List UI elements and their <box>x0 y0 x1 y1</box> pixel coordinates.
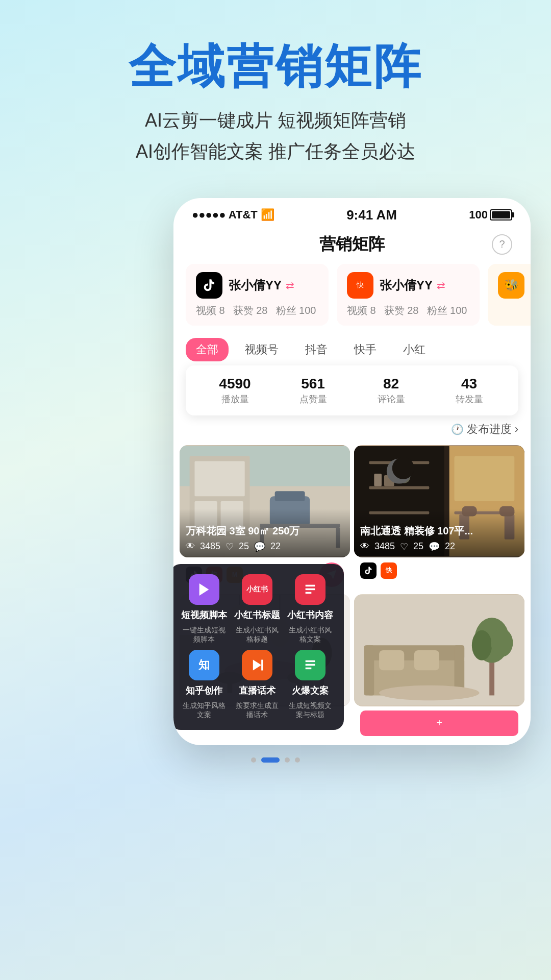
tiktok-logo <box>196 272 222 299</box>
ai-menu-popup: 短视频脚本 一键生成短视频脚本 小红书 小红书标题 生成小红书风格标题 <box>173 564 344 730</box>
ai-live-script-icon <box>242 650 272 680</box>
ai-video-script-icon <box>189 574 219 605</box>
phone-screen: ●●●●● AT&T 📶 9:41 AM 100 营销矩阵 ? <box>173 198 531 745</box>
account-name-1: 张小倩YY <box>229 277 282 293</box>
dot-2-active <box>261 757 280 763</box>
play-stat: 4590 播放量 <box>198 376 272 405</box>
svg-rect-48 <box>261 660 263 671</box>
help-button[interactable]: ? <box>492 234 512 255</box>
hero-subtitle: AI云剪一键成片 短视频矩阵营销 AI创作智能文案 推广任务全员必达 <box>31 105 520 167</box>
ai-item-hot-copy[interactable]: 火爆文案 生成短视频文案与标题 <box>287 650 334 719</box>
svg-rect-58 <box>414 650 439 670</box>
svg-text:快: 快 <box>356 281 364 289</box>
ai-zhihu-icon: 知 <box>189 650 219 680</box>
dot-4 <box>295 757 300 763</box>
svg-rect-9 <box>275 491 305 501</box>
account-card-tiktok[interactable]: 张小倩YY ⇄ 视频 8 获赞 28 粉丝 100 <box>186 264 329 326</box>
dot-1 <box>251 757 256 763</box>
video-card-4[interactable]: + <box>354 594 524 740</box>
svg-point-62 <box>491 628 513 656</box>
ai-xiaohongshu-title-icon: 小红书 <box>242 574 272 605</box>
svg-rect-5 <box>194 461 244 496</box>
svg-rect-50 <box>306 664 315 666</box>
status-bar: ●●●●● AT&T 📶 9:41 AM 100 <box>173 198 531 228</box>
filter-tabs: 全部 视频号 抖音 快手 小红 <box>173 334 531 365</box>
tab-xiaohongshu[interactable]: 小红 <box>393 338 436 361</box>
video-platforms-2: 快 <box>354 557 524 582</box>
svg-rect-18 <box>374 474 382 486</box>
svg-rect-57 <box>379 650 404 670</box>
publish-progress-row[interactable]: 🕐 发布进度 › <box>173 420 531 441</box>
svg-rect-45 <box>306 588 315 590</box>
svg-rect-51 <box>306 668 312 670</box>
switch-icon-2: ⇄ <box>437 279 445 291</box>
ai-xiaohongshu-content-icon <box>295 574 325 605</box>
video-card-2[interactable]: 南北通透 精装修 107平... 👁3485 ♡25 💬22 <box>354 445 524 590</box>
video-thumb-4 <box>354 594 524 706</box>
battery-indicator: 100 <box>469 208 512 222</box>
svg-marker-47 <box>253 660 261 671</box>
video-grid: 万科花园 3室 90㎡ 250万 👁3485 ♡25 💬22 <box>173 445 531 740</box>
ai-item-xiaohongshu-content[interactable]: 小红书内容 生成小红书风格文案 <box>287 574 334 644</box>
video-info-2: 南北通透 精装修 107平... 👁3485 ♡25 💬22 <box>354 509 524 557</box>
account-card-kwai[interactable]: 快 张小倩YY ⇄ 视频 8 获赞 28 粉丝 10 <box>337 264 480 326</box>
kwai-logo: 快 <box>347 272 373 299</box>
kwai-platform-icon-2: 快 <box>381 562 397 579</box>
account-stats-1: 视频 8 获赞 28 粉丝 100 <box>196 304 318 317</box>
comment-stat: 82 评论量 <box>354 376 428 405</box>
svg-rect-22 <box>454 456 514 501</box>
like-stat: 561 点赞量 <box>276 376 350 405</box>
signal-indicator: ●●●●● AT&T 📶 <box>192 208 274 222</box>
svg-point-29 <box>392 457 414 479</box>
ai-item-zhihu[interactable]: 知 知乎创作 生成知乎风格文案 <box>181 650 228 719</box>
account-stats-2: 视频 8 获赞 28 粉丝 100 <box>347 304 469 317</box>
page-title: 营销矩阵 <box>319 233 385 256</box>
page-indicator <box>0 745 551 773</box>
account-card-3[interactable]: 🐝 <box>488 264 531 326</box>
video-section: 万科花园 3室 90㎡ 250万 👁3485 ♡25 💬22 <box>173 445 531 740</box>
svg-marker-43 <box>199 583 209 596</box>
tab-shipinhao[interactable]: 视频号 <box>235 338 289 361</box>
tab-all[interactable]: 全部 <box>186 338 229 361</box>
phone-mockup: ●●●●● AT&T 📶 9:41 AM 100 营销矩阵 ? <box>153 198 551 745</box>
page-title-row: 营销矩阵 ? <box>173 228 531 264</box>
account-cards-row: 张小倩YY ⇄ 视频 8 获赞 28 粉丝 100 <box>173 264 531 334</box>
dot-3 <box>285 757 290 763</box>
battery-icon <box>490 209 512 220</box>
video-card-3[interactable]: 短视频脚本 一键生成短视频脚本 小红书 小红书标题 生成小红书风格标题 <box>180 594 350 740</box>
tiktok-platform-icon-2 <box>360 562 377 579</box>
svg-rect-55 <box>364 645 374 695</box>
tab-kuaishou[interactable]: 快手 <box>344 338 387 361</box>
svg-point-63 <box>379 685 479 700</box>
svg-point-61 <box>472 630 492 660</box>
create-button-partial[interactable]: + <box>360 710 518 736</box>
tab-douyin[interactable]: 抖音 <box>295 338 338 361</box>
svg-rect-44 <box>306 584 315 586</box>
clock: 9:41 AM <box>346 207 397 223</box>
svg-rect-49 <box>306 660 315 663</box>
svg-rect-16 <box>369 486 429 489</box>
account-name-2: 张小倩YY <box>380 277 433 293</box>
ai-item-live-script[interactable]: 直播话术 按要求生成直播话术 <box>234 650 281 719</box>
switch-icon-1: ⇄ <box>286 279 294 291</box>
video-info-1: 万科花园 3室 90㎡ 250万 👁3485 ♡25 💬22 <box>180 509 350 557</box>
filter-stats-area: 全部 视频号 抖音 快手 小红 4590 播放量 561 <box>173 334 531 441</box>
ai-item-xiaohongshu-title[interactable]: 小红书 小红书标题 生成小红书风格标题 <box>234 574 281 644</box>
hero-title: 全域营销矩阵 <box>31 41 520 92</box>
share-stat: 43 转发量 <box>432 376 506 405</box>
hero-section: 全域营销矩阵 AI云剪一键成片 短视频矩阵营销 AI创作智能文案 推广任务全员必… <box>0 0 551 188</box>
svg-rect-46 <box>306 592 312 594</box>
stats-popup: 4590 播放量 561 点赞量 82 评论量 43 <box>186 365 518 415</box>
ai-hot-copy-icon <box>295 650 325 680</box>
ai-item-video-script[interactable]: 短视频脚本 一键生成短视频脚本 <box>181 574 228 644</box>
wifi-icon: 📶 <box>261 208 274 222</box>
